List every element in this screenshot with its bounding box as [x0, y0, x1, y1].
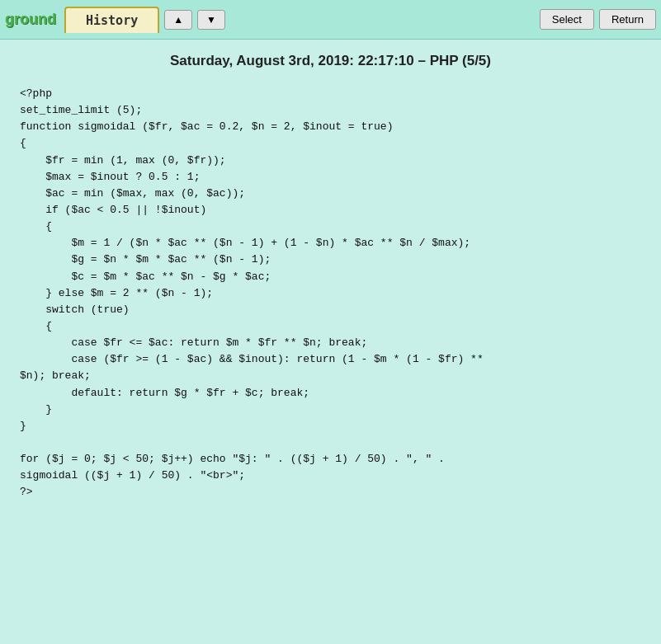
nav-up-button[interactable]: ▲ — [164, 10, 192, 30]
return-button[interactable]: Return — [599, 9, 656, 30]
tab-history[interactable]: History — [64, 7, 159, 33]
logo: ground — [5, 11, 56, 28]
nav-down-button[interactable]: ▼ — [197, 10, 225, 30]
main-content: Saturday, August 3rd, 2019: 22:17:10 – P… — [0, 40, 661, 644]
code-block: <?php set_time_limit (5); function sigmo… — [20, 86, 641, 501]
page-title: Saturday, August 3rd, 2019: 22:17:10 – P… — [20, 53, 641, 69]
select-button[interactable]: Select — [540, 9, 594, 30]
top-bar: ground History ▲ ▼ Select Return — [0, 0, 661, 40]
